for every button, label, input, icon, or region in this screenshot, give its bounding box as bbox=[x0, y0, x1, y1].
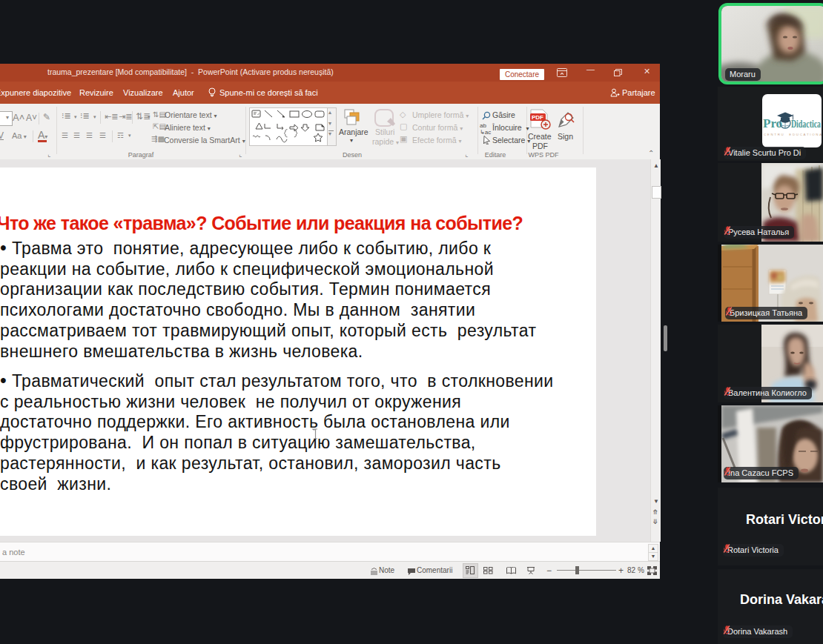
svg-text:CENTRU EDUCATIONAL: CENTRU EDUCATIONAL bbox=[764, 133, 822, 136]
svg-text:Didactica: Didactica bbox=[791, 119, 821, 130]
svg-text:PDF: PDF bbox=[532, 114, 543, 121]
svg-text:Pro: Pro bbox=[763, 116, 782, 130]
